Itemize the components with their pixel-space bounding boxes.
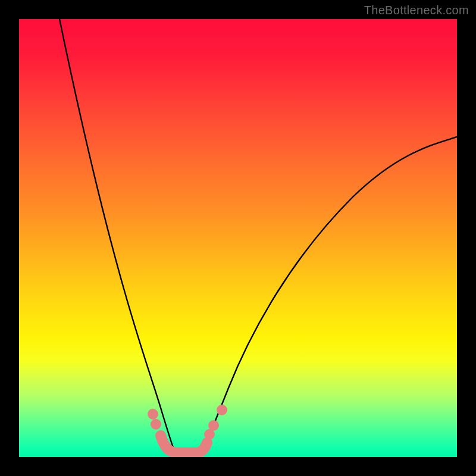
salmon-bead-right-3 [217,405,227,415]
salmon-bead-right-2 [208,420,219,431]
salmon-bead-left-2 [151,419,161,430]
right-curve [202,137,457,452]
curve-overlay [19,19,457,457]
plot-area [19,19,457,457]
salmon-bead-left-1 [148,409,158,419]
salmon-bottom-bar [161,436,207,453]
left-curve [60,19,175,452]
salmon-bead-right-1 [204,429,215,440]
watermark-text: TheBottleneck.com [364,4,469,17]
chart-frame: TheBottleneck.com [0,0,476,476]
